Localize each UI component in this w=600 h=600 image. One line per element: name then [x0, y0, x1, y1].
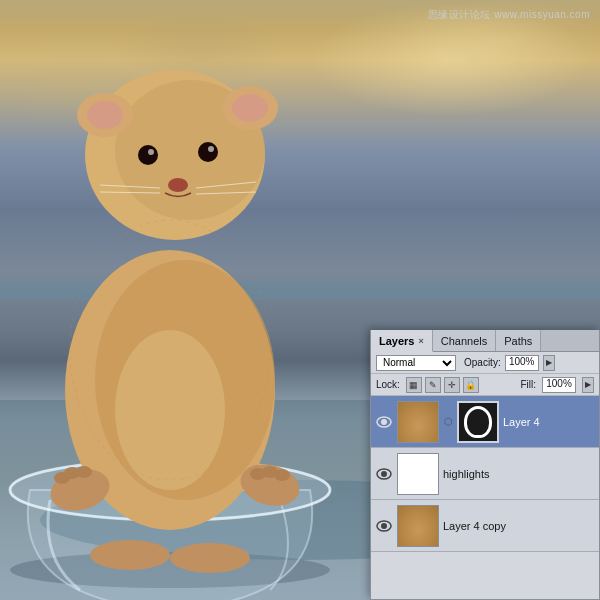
- svg-point-14: [138, 145, 158, 165]
- layer4copy-visibility-toggle[interactable]: [375, 517, 393, 535]
- layer-row-layer4copy[interactable]: Layer 4 copy: [371, 500, 599, 552]
- svg-point-30: [274, 469, 290, 481]
- tab-layers[interactable]: Layers ×: [371, 330, 433, 352]
- svg-point-32: [170, 543, 250, 573]
- svg-point-16: [148, 149, 154, 155]
- layer4copy-name: Layer 4 copy: [443, 520, 595, 532]
- opacity-arrow[interactable]: ▶: [543, 355, 555, 371]
- lock-row: Lock: ▦ ✎ ✛ 🔒 Fill: 100% ▶: [371, 374, 599, 396]
- layer4-name: Layer 4: [503, 416, 595, 428]
- fill-arrow[interactable]: ▶: [582, 377, 594, 393]
- layer4copy-thumbnail: [397, 505, 439, 547]
- fill-label: Fill:: [520, 379, 536, 390]
- lock-move-icon[interactable]: ✛: [444, 377, 460, 393]
- svg-point-17: [208, 146, 214, 152]
- tab-channels-label: Channels: [441, 335, 487, 347]
- svg-point-15: [198, 142, 218, 162]
- svg-point-13: [232, 94, 268, 122]
- layer-row-layer4[interactable]: ⬡ Layer 4: [371, 396, 599, 448]
- layer4-mask-thumbnail: [457, 401, 499, 443]
- layer-row-highlights[interactable]: highlights: [371, 448, 599, 500]
- tab-layers-label: Layers: [379, 335, 414, 347]
- layer4-thumbnail: [397, 401, 439, 443]
- highlights-visibility-toggle[interactable]: [375, 465, 393, 483]
- opacity-value[interactable]: 100%: [505, 355, 539, 371]
- highlights-name: highlights: [443, 468, 595, 480]
- lock-all-icon[interactable]: 🔒: [463, 377, 479, 393]
- lock-icons: ▦ ✎ ✛ 🔒: [406, 377, 479, 393]
- tab-paths[interactable]: Paths: [496, 330, 541, 351]
- highlights-thumbnail: [397, 453, 439, 495]
- svg-rect-0: [0, 280, 600, 300]
- tab-layers-close[interactable]: ×: [418, 336, 423, 346]
- lock-transparent-icon[interactable]: ▦: [406, 377, 422, 393]
- svg-point-35: [381, 419, 387, 425]
- layers-panel: Layers × Channels Paths Normal Multiply …: [370, 330, 600, 600]
- watermark: 思缘设计论坛 www.missyuan.com: [428, 8, 590, 22]
- layer4-visibility-toggle[interactable]: [375, 413, 393, 431]
- svg-point-31: [90, 540, 170, 570]
- lock-label: Lock:: [376, 379, 400, 390]
- svg-point-42: [381, 471, 387, 477]
- svg-point-27: [76, 466, 92, 478]
- svg-point-44: [381, 523, 387, 529]
- svg-point-7: [115, 330, 225, 490]
- blend-mode-select[interactable]: Normal Multiply Screen: [376, 355, 456, 371]
- layers-list: ⬡ Layer 4 highlights: [371, 396, 599, 552]
- panel-tabs: Layers × Channels Paths: [371, 330, 599, 352]
- blend-mode-row: Normal Multiply Screen Opacity: 100% ▶: [371, 352, 599, 374]
- tab-paths-label: Paths: [504, 335, 532, 347]
- svg-point-18: [168, 178, 188, 192]
- tab-channels[interactable]: Channels: [433, 330, 496, 351]
- lock-paint-icon[interactable]: ✎: [425, 377, 441, 393]
- fill-value[interactable]: 100%: [542, 377, 576, 393]
- layer4-chain-icon: ⬡: [443, 416, 453, 427]
- svg-point-11: [87, 101, 123, 129]
- opacity-label: Opacity:: [464, 357, 501, 368]
